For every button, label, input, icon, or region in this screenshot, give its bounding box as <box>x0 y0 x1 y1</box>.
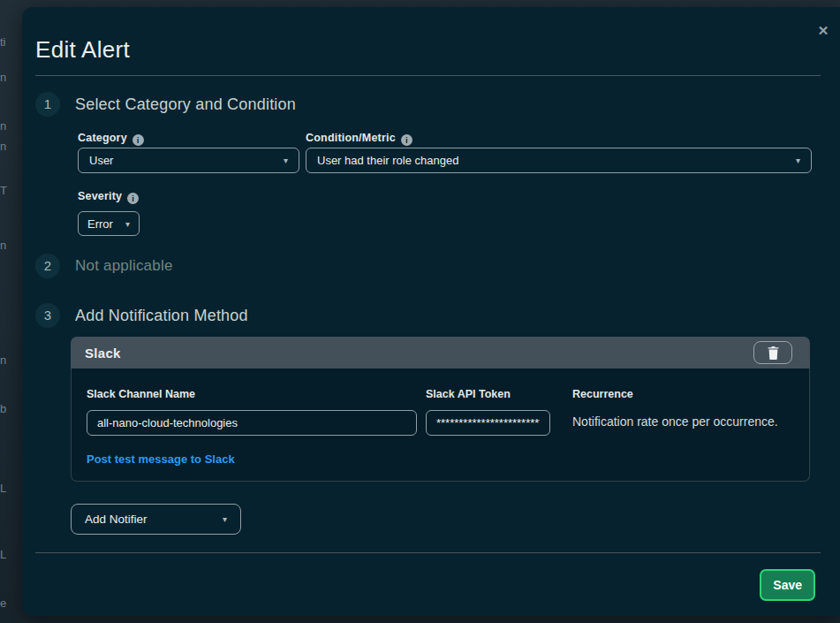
slack-channel-label: Slack Channel Name <box>87 388 195 400</box>
severity-label: Severityi <box>78 190 139 204</box>
condition-label: Condition/Metrici <box>306 132 412 146</box>
backdrop-text-fragment: n <box>0 239 7 252</box>
footer-divider <box>35 552 821 553</box>
backdrop-text-fragment: n <box>0 353 7 367</box>
condition-select-value: User had their role changed <box>317 154 787 167</box>
chevron-down-icon: ▾ <box>125 219 130 229</box>
add-notifier-select[interactable]: Add Notifier ▾ <box>71 504 241 535</box>
backdrop-text-fragment: e <box>0 596 7 610</box>
add-notifier-label: Add Notifier <box>85 513 214 526</box>
slack-panel-body: Slack Channel Name Slack API Token Recur… <box>71 368 810 482</box>
backdrop-text-fragment: n <box>0 119 7 133</box>
save-button[interactable]: Save <box>760 569 815 601</box>
slack-channel-input[interactable] <box>87 410 417 436</box>
info-icon[interactable]: i <box>401 134 412 146</box>
close-icon[interactable]: ✕ <box>814 21 833 41</box>
backdrop-text-fragment: n <box>0 71 7 84</box>
step-2-title: Not applicable <box>75 254 173 278</box>
step-2-number: 2 <box>35 254 60 278</box>
delete-notifier-button[interactable] <box>753 341 792 364</box>
category-select[interactable]: User ▾ <box>78 148 299 173</box>
step-1-number: 1 <box>35 92 60 117</box>
backdrop-text-fragment: n <box>0 140 7 153</box>
backdrop-text-fragment: ti <box>0 35 7 49</box>
chevron-down-icon: ▾ <box>223 514 227 524</box>
condition-select[interactable]: User had their role changed ▾ <box>306 148 812 173</box>
slack-notifier-panel: Slack Slack Channel Name Slack API Token… <box>71 337 810 482</box>
recurrence-text: Notification rate once per occurrence. <box>572 414 778 429</box>
slack-panel-header: Slack <box>71 337 810 368</box>
recurrence-label: Recurrence <box>572 388 633 400</box>
backdrop-text-fragment: T <box>0 184 7 197</box>
trash-icon <box>768 346 779 360</box>
backdrop-text-fragment: L <box>0 548 7 561</box>
severity-select-value: Error <box>87 217 118 231</box>
info-icon[interactable]: i <box>127 193 139 204</box>
post-test-message-link[interactable]: Post test message to Slack <box>87 452 235 466</box>
category-select-value: User <box>89 154 275 167</box>
chevron-down-icon: ▾ <box>796 156 800 165</box>
step-3-number: 3 <box>35 303 60 328</box>
chevron-down-icon: ▾ <box>284 156 288 165</box>
slack-api-token-label: Slack API Token <box>426 388 511 400</box>
category-label-text: Category <box>78 132 127 144</box>
severity-label-text: Severity <box>78 190 122 202</box>
step-1-title: Select Category and Condition <box>75 92 296 117</box>
slack-panel-title: Slack <box>85 346 121 361</box>
backdrop-text-fragment: b <box>0 402 7 415</box>
category-label: Categoryi <box>78 132 144 146</box>
info-icon[interactable]: i <box>132 134 144 146</box>
edit-alert-modal: Edit Alert ✕ 1 Select Category and Condi… <box>22 7 840 616</box>
condition-label-text: Condition/Metric <box>306 132 396 144</box>
title-divider <box>35 75 821 76</box>
step-3-title: Add Notification Method <box>75 303 248 328</box>
severity-select[interactable]: Error ▾ <box>78 211 140 236</box>
modal-title: Edit Alert <box>35 36 130 64</box>
backdrop-text-fragment: L <box>0 482 7 495</box>
slack-api-token-input[interactable] <box>426 410 550 436</box>
